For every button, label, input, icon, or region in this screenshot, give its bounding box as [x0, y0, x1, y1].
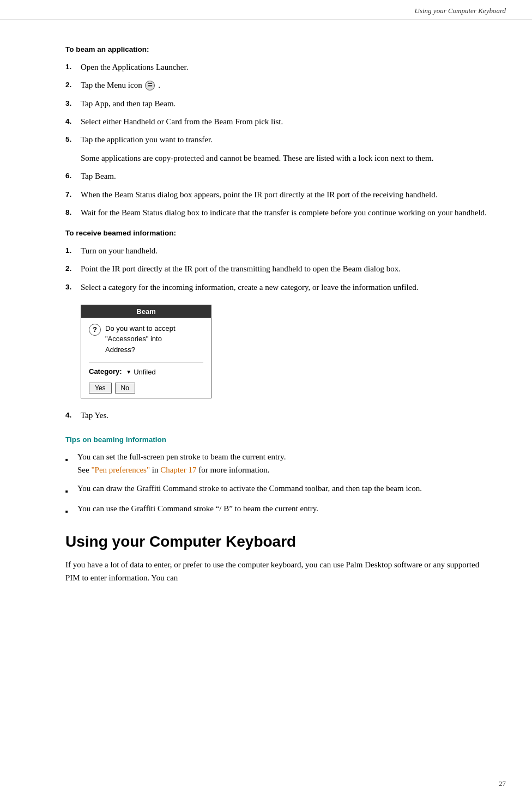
receive-heading: To receive beamed information:	[65, 229, 488, 237]
step-num-4: 4.	[65, 116, 81, 128]
step-num-3: 3.	[65, 98, 81, 110]
dialog-category: Category: ▼ Unfiled	[89, 362, 203, 376]
menu-icon-symbol: ☰	[145, 81, 155, 90]
category-value: Unfiled	[134, 368, 155, 376]
tip-text-3: You can use the Graffiti Command stroke …	[77, 502, 318, 517]
main-content: To beam an application: 1. Open the Appl…	[0, 20, 532, 610]
dialog-question-text: Do you want to accept"Accessories" intoA…	[105, 323, 176, 355]
step-num-6: 6.	[65, 170, 81, 183]
beam-section: To beam an application: 1. Open the Appl…	[65, 45, 488, 219]
category-dropdown[interactable]: ▼ Unfiled	[126, 368, 155, 376]
beam-note: Some applications are copy-protected and…	[81, 152, 488, 165]
receive-step-4: 4. Tap Yes.	[65, 409, 488, 422]
receive-section: To receive beamed information: 1. Turn o…	[65, 229, 488, 422]
beam-steps-list-cont: 6. Tap Beam. 7. When the Beam Status dia…	[65, 170, 488, 219]
step-text-1: Open the Applications Launcher.	[81, 61, 188, 74]
bullet-icon-2	[65, 482, 77, 497]
beam-step-2: 2. Tap the Menu icon ☰ .	[65, 79, 488, 92]
page-header: Using your Computer Keyboard	[0, 0, 532, 20]
beam-step-3: 3. Tap App, and then tap Beam.	[65, 98, 488, 110]
step-num-1: 1.	[65, 61, 81, 74]
beam-heading: To beam an application:	[65, 45, 488, 53]
tips-heading: Tips on beaming information	[65, 435, 488, 444]
tip-text-1: You can set the full-screen pen stroke t…	[77, 450, 286, 476]
header-title: Using your Computer Keyboard	[415, 7, 506, 15]
beam-step-6: 6. Tap Beam.	[65, 170, 488, 183]
no-button[interactable]: No	[115, 383, 135, 394]
dialog-buttons: Yes No	[89, 383, 203, 394]
step-text-6: Tap Beam.	[81, 170, 116, 183]
receive-steps-list: 1. Turn on your handheld. 2. Point the I…	[65, 245, 488, 294]
step-text-7: When the Beam Status dialog box appears,…	[81, 189, 437, 201]
step-text-2: Tap the Menu icon ☰ .	[81, 79, 160, 92]
step-num-2: 2.	[65, 79, 81, 92]
pen-preferences-link[interactable]: "Pen preferences"	[91, 465, 150, 474]
tip-item-1: You can set the full-screen pen stroke t…	[65, 450, 488, 476]
keyboard-intro: If you have a lot of data to enter, or p…	[65, 558, 488, 584]
yes-button[interactable]: Yes	[89, 383, 112, 394]
bullet-icon-3	[65, 502, 77, 517]
recv-step-num-4: 4.	[65, 409, 81, 422]
beam-steps-list: 1. Open the Applications Launcher. 2. Ta…	[65, 61, 488, 146]
beam-step-1: 1. Open the Applications Launcher.	[65, 61, 488, 74]
recv-step-num-1: 1.	[65, 245, 81, 257]
step-text-4: Select either Handheld or Card from the …	[81, 116, 283, 128]
dropdown-arrow-icon: ▼	[126, 369, 131, 375]
step-text-3: Tap App, and then tap Beam.	[81, 98, 176, 110]
keyboard-section: Using your Computer Keyboard If you have…	[65, 533, 488, 584]
page-number: 27	[499, 779, 506, 788]
step-text-8: Wait for the Beam Status dialog box to i…	[81, 207, 487, 219]
tip-text-2: You can draw the Graffiti Command stroke…	[77, 482, 422, 497]
recv-step-text-2: Point the IR port directly at the IR por…	[81, 263, 401, 275]
recv-step-text-1: Turn on your handheld.	[81, 245, 158, 257]
receive-step-1: 1. Turn on your handheld.	[65, 245, 488, 257]
receive-steps-cont: 4. Tap Yes.	[65, 409, 488, 422]
beam-step-8: 8. Wait for the Beam Status dialog box t…	[65, 207, 488, 219]
beam-step-5: 5. Tap the application you want to trans…	[65, 134, 488, 146]
beam-dialog: Beam ? Do you want to accept"Accessories…	[81, 305, 211, 399]
receive-step-3: 3. Select a category for the incoming in…	[65, 281, 488, 294]
tip-item-2: You can draw the Graffiti Command stroke…	[65, 482, 488, 497]
step-num-8: 8.	[65, 207, 81, 219]
step-num-7: 7.	[65, 189, 81, 201]
recv-step-num-2: 2.	[65, 263, 81, 275]
step-text-5: Tap the application you want to transfer…	[81, 134, 213, 146]
tips-list: You can set the full-screen pen stroke t…	[65, 450, 488, 517]
category-label: Category:	[89, 367, 122, 376]
receive-step-2: 2. Point the IR port directly at the IR …	[65, 263, 488, 275]
dialog-body: ? Do you want to accept"Accessories" int…	[81, 318, 211, 398]
recv-step-num-3: 3.	[65, 281, 81, 294]
beam-step-7: 7. When the Beam Status dialog box appea…	[65, 189, 488, 201]
keyboard-heading: Using your Computer Keyboard	[65, 533, 488, 550]
beam-step-4: 4. Select either Handheld or Card from t…	[65, 116, 488, 128]
tip-item-3: You can use the Graffiti Command stroke …	[65, 502, 488, 517]
chapter17-link[interactable]: Chapter 17	[160, 465, 196, 474]
tips-section: Tips on beaming information You can set …	[65, 435, 488, 517]
question-icon: ?	[89, 324, 101, 336]
bullet-icon-1	[65, 450, 77, 476]
step-num-5: 5.	[65, 134, 81, 146]
dialog-question: ? Do you want to accept"Accessories" int…	[89, 323, 203, 355]
recv-step-text-3: Select a category for the incoming infor…	[81, 281, 419, 294]
recv-step-text-4: Tap Yes.	[81, 409, 108, 422]
dialog-title: Beam	[81, 305, 211, 318]
